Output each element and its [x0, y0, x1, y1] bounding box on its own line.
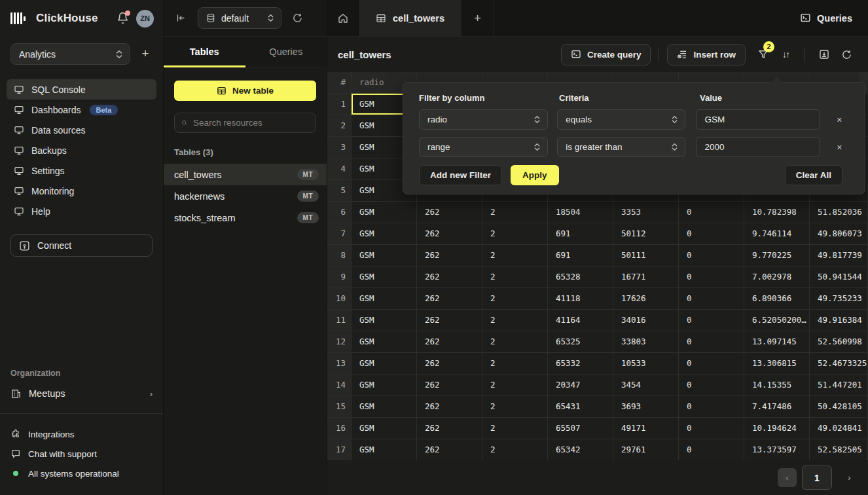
cell[interactable]: 2 — [482, 418, 548, 439]
sidebar-item-integrations[interactable]: Integrations — [10, 424, 153, 444]
cell[interactable]: 29761 — [613, 439, 679, 460]
connect-button[interactable]: Connect — [10, 234, 153, 257]
home-icon[interactable] — [327, 0, 358, 36]
cell[interactable]: 2 — [482, 266, 548, 288]
cell[interactable]: 33803 — [613, 331, 679, 353]
download-button[interactable] — [813, 44, 835, 65]
cell[interactable]: 18504 — [548, 202, 613, 223]
filter-criteria-select[interactable]: equals — [557, 109, 685, 130]
cell[interactable]: 2 — [482, 310, 548, 331]
cell[interactable]: 0 — [679, 288, 744, 310]
cell[interactable]: 262 — [417, 310, 482, 331]
table-row[interactable]: 15 GSM 262 2 65431 3693 0 7.417486 50.42… — [327, 396, 868, 418]
filter-column-select[interactable]: radio — [419, 109, 548, 130]
refresh-data-button[interactable] — [835, 44, 858, 65]
cell[interactable]: 13.306815 — [744, 353, 810, 375]
table-row[interactable]: 13 GSM 262 2 65332 10533 0 13.306815 52.… — [327, 353, 868, 375]
cell[interactable]: 65325 — [548, 331, 613, 353]
insert-row-button[interactable]: Insert row — [667, 44, 746, 65]
cell[interactable]: 14.15355 — [744, 375, 810, 396]
cell[interactable]: 10533 — [613, 353, 679, 375]
cell[interactable]: 41118 — [548, 288, 613, 310]
table-row[interactable]: 7 GSM 262 2 691 50112 0 9.746114 49.8060… — [327, 223, 868, 245]
cell-radio[interactable]: GSM — [352, 331, 417, 353]
cell[interactable]: 0 — [679, 439, 744, 460]
avatar[interactable]: ZN — [136, 10, 154, 28]
table-row[interactable]: 11 GSM 262 2 41164 34016 0 6.52050200… 4… — [327, 310, 868, 331]
tab-tables[interactable]: Tables — [164, 37, 245, 67]
remove-filter-button[interactable]: × — [829, 110, 849, 130]
sidebar-item-chat-support[interactable]: Chat with support — [10, 444, 153, 464]
sidebar-nav-item[interactable]: Settings — [7, 160, 156, 181]
table-list-item[interactable]: hackernews MT — [164, 185, 327, 207]
cell[interactable]: 52.560998 — [810, 331, 868, 353]
cell[interactable]: 65328 — [548, 266, 613, 288]
queries-button[interactable]: Queries — [784, 0, 868, 36]
cell[interactable]: 13.373597 — [744, 439, 810, 460]
cell[interactable]: 49.817739 — [810, 245, 868, 266]
cell[interactable]: 0 — [679, 375, 744, 396]
tab-queries[interactable]: Queries — [245, 37, 327, 67]
cell[interactable]: 52.4673325 — [810, 353, 868, 375]
filter-value-input[interactable] — [696, 109, 820, 130]
organization-select[interactable]: Analytics — [10, 43, 130, 65]
sidebar-item-meetups[interactable]: Meetups › — [0, 383, 163, 404]
cell-radio[interactable]: GSM — [352, 288, 417, 310]
cell[interactable]: 0 — [679, 245, 744, 266]
cell[interactable]: 262 — [417, 202, 482, 223]
cell[interactable]: 50.428105 — [810, 396, 868, 418]
cell[interactable]: 9.746114 — [744, 223, 810, 245]
sidebar-nav-item[interactable]: SQL Console — [7, 79, 156, 100]
cell[interactable]: 0 — [679, 331, 744, 353]
cell[interactable]: 65507 — [548, 418, 613, 439]
cell[interactable]: 34016 — [613, 310, 679, 331]
cell[interactable]: 262 — [417, 266, 482, 288]
cell[interactable]: 49.735233 — [810, 288, 868, 310]
cell[interactable]: 691 — [548, 245, 613, 266]
cell[interactable]: 7.417486 — [744, 396, 810, 418]
collapse-panel-icon[interactable] — [173, 10, 189, 26]
sidebar-nav-item[interactable]: Help — [7, 201, 156, 221]
cell-radio[interactable]: GSM — [352, 396, 417, 418]
cell[interactable]: 10.782398 — [744, 202, 810, 223]
table-row[interactable]: 10 GSM 262 2 41118 17626 0 6.890366 49.7… — [327, 288, 868, 310]
cell[interactable]: 262 — [417, 331, 482, 353]
cell[interactable]: 49.024841 — [810, 418, 868, 439]
cell[interactable]: 6.52050200… — [744, 310, 810, 331]
remove-filter-button[interactable]: × — [829, 138, 849, 157]
cell-radio[interactable]: GSM — [352, 310, 417, 331]
table-row[interactable]: 6 GSM 262 2 18504 3353 0 10.782398 51.85… — [327, 202, 868, 223]
cell-radio[interactable]: GSM — [352, 202, 417, 223]
cell[interactable]: 262 — [417, 375, 482, 396]
cell[interactable]: 262 — [417, 288, 482, 310]
cell[interactable]: 51.447201 — [810, 375, 868, 396]
new-table-button[interactable]: New table — [174, 81, 316, 101]
current-page[interactable]: 1 — [802, 466, 832, 490]
cell-radio[interactable]: GSM — [352, 439, 417, 460]
sidebar-nav-item[interactable]: Data sources — [7, 120, 156, 140]
cell[interactable]: 17626 — [613, 288, 679, 310]
cell[interactable]: 3693 — [613, 396, 679, 418]
cell[interactable]: 262 — [417, 396, 482, 418]
cell[interactable]: 0 — [679, 266, 744, 288]
tab-cell-towers[interactable]: cell_towers — [358, 0, 462, 36]
cell[interactable]: 65332 — [548, 353, 613, 375]
table-row[interactable]: 12 GSM 262 2 65325 33803 0 13.097145 52.… — [327, 331, 868, 353]
search-input[interactable] — [193, 118, 309, 128]
cell[interactable]: 262 — [417, 245, 482, 266]
add-tab-button[interactable]: + — [462, 0, 494, 36]
cell-radio[interactable]: GSM — [352, 223, 417, 245]
next-page-button[interactable]: › — [840, 468, 859, 487]
add-service-button[interactable]: + — [138, 47, 153, 62]
table-row[interactable]: 14 GSM 262 2 20347 3454 0 14.15355 51.44… — [327, 375, 868, 396]
cell[interactable]: 262 — [417, 418, 482, 439]
cell-radio[interactable]: GSM — [352, 418, 417, 439]
cell[interactable]: 6.890366 — [744, 288, 810, 310]
notifications-bell-icon[interactable] — [117, 12, 130, 25]
cell[interactable]: 0 — [679, 353, 744, 375]
cell[interactable]: 691 — [548, 223, 613, 245]
cell[interactable]: 2 — [482, 439, 548, 460]
cell[interactable]: 13.097145 — [744, 331, 810, 353]
table-row[interactable]: 17 GSM 262 2 65342 29761 0 13.373597 52.… — [327, 439, 868, 460]
sidebar-nav-item[interactable]: Backups — [7, 140, 156, 160]
